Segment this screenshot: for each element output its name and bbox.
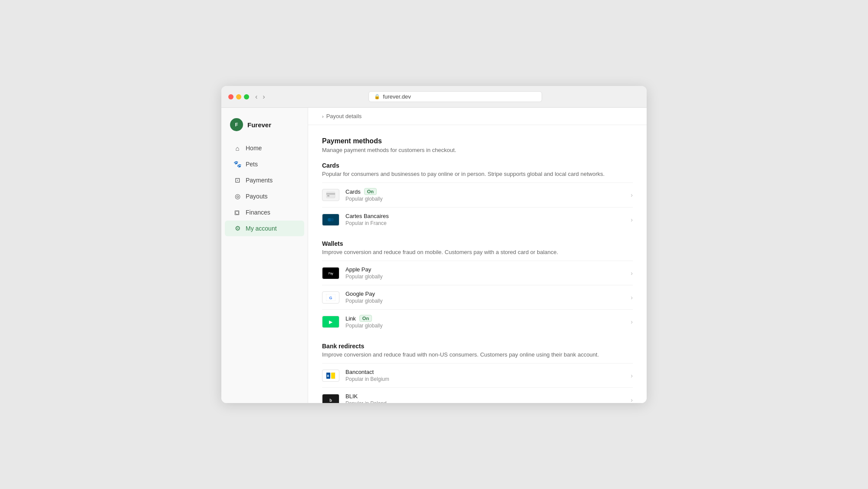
my-account-icon: ⚙: [233, 225, 241, 232]
blik-popularity: Popular in Poland: [345, 400, 627, 403]
address-bar[interactable]: 🔒 furever.dev: [368, 91, 542, 102]
payment-item-cards[interactable]: Cards On Popular globally ›: [322, 182, 633, 207]
minimize-button[interactable]: [236, 94, 241, 99]
applepay-popularity: Popular globally: [345, 274, 627, 280]
payment-item-applepay[interactable]: Pay Apple Pay Popular globally ›: [322, 261, 633, 285]
googlepay-icon: G: [322, 291, 339, 304]
blik-icon: b: [322, 394, 339, 403]
bancontact-popularity: Popular in Belgium: [345, 376, 627, 382]
cards-title: Cards: [322, 162, 633, 169]
sidebar-item-pets-label: Pets: [246, 161, 258, 168]
svg-text:b: b: [329, 398, 332, 402]
home-icon: ⌂: [233, 144, 241, 152]
bancontact-icon: B: [322, 370, 339, 382]
browser-window: ‹ › 🔒 furever.dev F Furever ⌂ Home 🐾 Pet…: [221, 86, 647, 403]
logo-text: Furever: [247, 121, 271, 129]
payment-methods-title: Payment methods: [322, 137, 633, 145]
sidebar-item-payouts[interactable]: ◎ Payouts: [225, 188, 304, 204]
cartes-chevron-icon: ›: [631, 216, 633, 223]
applepay-name: Apple Pay: [345, 266, 627, 273]
link-name: Link On: [345, 315, 627, 322]
svg-rect-0: [326, 192, 335, 198]
close-button[interactable]: [228, 94, 233, 99]
cards-desc: Popular for consumers and businesses to …: [322, 171, 633, 177]
lock-icon: 🔒: [374, 94, 380, 99]
bancontact-chevron-icon: ›: [631, 372, 633, 379]
payout-chevron-icon: ›: [322, 114, 324, 119]
blik-name: BLIK: [345, 393, 627, 400]
cards-info: Cards On Popular globally: [345, 188, 627, 202]
forward-button[interactable]: ›: [262, 93, 266, 101]
svg-rect-2: [327, 195, 329, 196]
finances-icon: ⛋: [233, 208, 241, 216]
payment-methods-desc: Manage payment methods for customers in …: [322, 147, 633, 153]
payout-details-label: Payout details: [326, 113, 362, 119]
logo-circle: F: [230, 118, 243, 131]
cartes-icon: [322, 214, 339, 226]
sidebar-item-finances-label: Finances: [246, 209, 270, 216]
maximize-button[interactable]: [244, 94, 249, 99]
payment-item-blik[interactable]: b BLIK Popular in Poland ›: [322, 387, 633, 403]
nav-arrows: ‹ ›: [254, 93, 266, 101]
sidebar-item-home-label: Home: [246, 145, 262, 152]
sidebar-item-payments-label: Payments: [246, 177, 273, 184]
googlepay-chevron-icon: ›: [631, 294, 633, 301]
sidebar-logo: F Furever: [221, 115, 308, 140]
cartes-info: Cartes Bancaires Popular in France: [345, 213, 627, 226]
payment-item-bancontact[interactable]: B Bancontact Popular in Belgium ›: [322, 363, 633, 387]
bank-redirects-desc: Improve conversion and reduce fraud with…: [322, 351, 633, 358]
bancontact-info: Bancontact Popular in Belgium: [345, 369, 627, 382]
blik-chevron-icon: ›: [631, 396, 633, 403]
cartes-popularity: Popular in France: [345, 220, 627, 226]
link-icon: ▶: [322, 316, 339, 328]
link-badge: On: [359, 315, 372, 322]
wallets-desc: Improve conversion and reduce fraud on m…: [322, 249, 633, 255]
cartes-name: Cartes Bancaires: [345, 213, 627, 219]
svg-point-5: [330, 218, 334, 221]
payouts-icon: ◎: [233, 192, 241, 200]
payment-item-cartes[interactable]: Cartes Bancaires Popular in France ›: [322, 207, 633, 231]
sidebar-item-pets[interactable]: 🐾 Pets: [225, 156, 304, 172]
logo-initials: F: [235, 122, 238, 127]
sidebar-item-finances[interactable]: ⛋ Finances: [225, 205, 304, 220]
applepay-icon: Pay: [322, 267, 339, 279]
main-content: › Payout details Payment methods Manage …: [308, 108, 647, 403]
svg-rect-1: [326, 193, 335, 195]
link-popularity: Popular globally: [345, 323, 627, 329]
svg-text:▶: ▶: [329, 320, 333, 324]
cards-icon: [322, 189, 339, 201]
cards-badge: On: [364, 188, 377, 195]
bank-redirects-title: Bank redirects: [322, 343, 633, 350]
svg-rect-14: [331, 373, 335, 379]
cards-name: Cards On: [345, 188, 627, 195]
sidebar-item-my-account[interactable]: ⚙ My account: [225, 221, 304, 236]
pets-icon: 🐾: [233, 160, 241, 168]
payment-item-googlepay[interactable]: G Google Pay Popular globally ›: [322, 285, 633, 309]
svg-text:B: B: [327, 374, 329, 377]
payments-icon: ⊡: [233, 176, 241, 184]
back-button[interactable]: ‹: [254, 93, 258, 101]
browser-chrome: ‹ › 🔒 furever.dev: [221, 86, 647, 108]
url-text: furever.dev: [383, 93, 411, 100]
payment-methods-section: Payment methods Manage payment methods f…: [322, 137, 633, 403]
payout-details-bar[interactable]: › Payout details: [308, 108, 647, 125]
svg-text:G: G: [329, 295, 332, 300]
link-info: Link On Popular globally: [345, 315, 627, 329]
sidebar-item-payments[interactable]: ⊡ Payments: [225, 172, 304, 188]
googlepay-name: Google Pay: [345, 291, 627, 297]
traffic-lights: [228, 94, 249, 99]
blik-info: BLIK Popular in Poland: [345, 393, 627, 403]
bancontact-name: Bancontact: [345, 369, 627, 375]
googlepay-popularity: Popular globally: [345, 298, 627, 304]
content-inner: Payment methods Manage payment methods f…: [308, 137, 647, 403]
sidebar-item-home[interactable]: ⌂ Home: [225, 140, 304, 156]
svg-text:Pay: Pay: [329, 272, 334, 275]
app-container: F Furever ⌂ Home 🐾 Pets ⊡ Payments ◎ Pay…: [221, 108, 647, 403]
googlepay-info: Google Pay Popular globally: [345, 291, 627, 304]
link-chevron-icon: ›: [631, 318, 633, 325]
payment-item-link[interactable]: ▶ Link On Popular globally ›: [322, 309, 633, 334]
wallets-title: Wallets: [322, 240, 633, 247]
applepay-info: Apple Pay Popular globally: [345, 266, 627, 280]
sidebar-item-payouts-label: Payouts: [246, 193, 268, 200]
cards-chevron-icon: ›: [631, 192, 633, 198]
